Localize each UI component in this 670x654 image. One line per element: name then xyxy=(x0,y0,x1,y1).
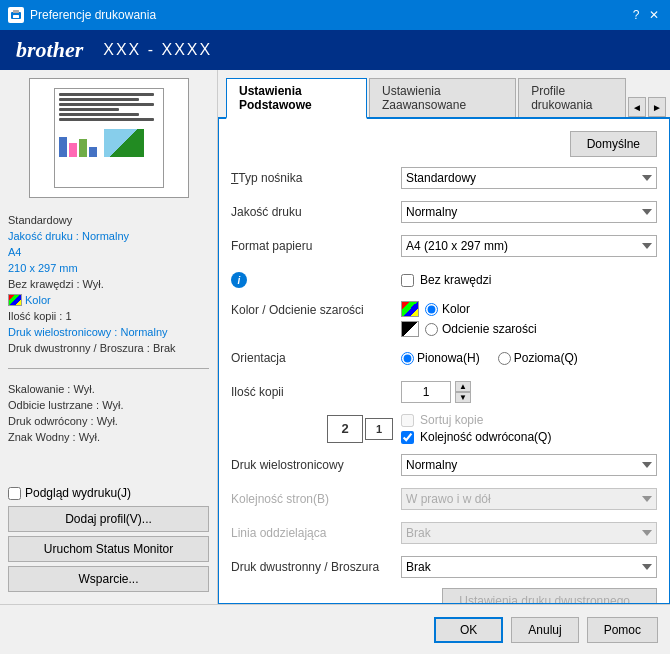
info-watermark: Znak Wodny : Wył. xyxy=(8,429,209,445)
multipage-label: Druk wielostronicowy xyxy=(231,458,401,472)
brother-model: XXX - XXXX xyxy=(103,41,212,59)
support-button[interactable]: Wsparcie... xyxy=(8,566,209,592)
color-label: Kolor / Odcienie szarości xyxy=(231,301,401,317)
orientation-control: Pionowa(H) Pozioma(Q) xyxy=(401,351,657,365)
color-option-color[interactable]: Kolor xyxy=(401,301,657,317)
page-order-label: Kolejność stron(B) xyxy=(231,492,401,506)
separator-label: Linia oddzielająca xyxy=(231,526,401,540)
reverse-checkbox[interactable] xyxy=(401,431,414,444)
separator-control[interactable]: Brak xyxy=(401,522,657,544)
duplex-settings-row: Ustawienia druku dwustronnego... xyxy=(231,588,657,604)
svg-rect-2 xyxy=(13,15,19,18)
paper-size-label: Format papieru xyxy=(231,239,401,253)
preview-area xyxy=(29,78,189,198)
duplex-control[interactable]: Brak Druk dwustronny Broszura xyxy=(401,556,657,578)
color-row: Kolor / Odcienie szarości Kolor Odcienie… xyxy=(231,301,657,337)
separator-select[interactable]: Brak xyxy=(401,522,657,544)
color-option-gray[interactable]: Odcienie szarości xyxy=(401,321,657,337)
tab-content: Domyślne TTyp nośnika Standardowy Papier… xyxy=(218,119,670,604)
close-button[interactable]: ✕ xyxy=(646,7,662,23)
landscape-radio[interactable] xyxy=(498,352,511,365)
media-type-select[interactable]: Standardowy Papier zwykły Papier fotogra… xyxy=(401,167,657,189)
info-borderless: Bez krawędzi : Wył. xyxy=(8,276,209,292)
titlebar-title: Preferencje drukowania xyxy=(30,8,156,22)
print-quality-label: Jakość druku xyxy=(231,205,401,219)
brother-logo: brother xyxy=(16,37,83,63)
duplex-row: Druk dwustronny / Broszura Brak Druk dwu… xyxy=(231,554,657,580)
info-color: Kolor xyxy=(8,292,209,308)
preview-checkbox-row[interactable]: Podgląd wydruku(J) xyxy=(8,486,209,500)
portrait-option[interactable]: Pionowa(H) xyxy=(401,351,480,365)
print-quality-row: Jakość druku Normalny Wysoka Ekonomiczny xyxy=(231,199,657,225)
collate-row: 2 1 Sortuj kopie Kolejność odwrócona(Q) xyxy=(231,413,657,444)
media-type-control[interactable]: Standardowy Papier zwykły Papier fotogra… xyxy=(401,167,657,189)
page-order-control[interactable]: W prawo i w dół xyxy=(401,488,657,510)
borderless-label: Bez krawędzi xyxy=(420,273,491,287)
color-radio-label: Kolor xyxy=(442,302,470,316)
tabs-bar: Ustawienia Podstawowe Ustawienia Zaawans… xyxy=(218,70,670,119)
copies-control: ▲ ▼ xyxy=(401,381,657,403)
color-radio[interactable] xyxy=(425,303,438,316)
info-copies: Ilość kopii : 1 xyxy=(8,308,209,324)
copies-down-button[interactable]: ▼ xyxy=(455,392,471,403)
duplex-settings-button[interactable]: Ustawienia druku dwustronnego... xyxy=(442,588,657,604)
paper-size-control[interactable]: A4 (210 x 297 mm) A3 Letter xyxy=(401,235,657,257)
portrait-radio[interactable] xyxy=(401,352,414,365)
orientation-row: Orientacja Pionowa(H) Pozioma(Q) xyxy=(231,345,657,371)
copies-row: Ilość kopii ▲ ▼ xyxy=(231,379,657,405)
paper-size-select[interactable]: A4 (210 x 297 mm) A3 Letter xyxy=(401,235,657,257)
duplex-settings-control: Ustawienia druku dwustronnego... xyxy=(401,588,657,604)
reverse-label: Kolejność odwrócona(Q) xyxy=(420,430,551,444)
copies-up-button[interactable]: ▲ xyxy=(455,381,471,392)
info-reverse: Druk odwrócony : Wył. xyxy=(8,413,209,429)
help-button-bottom[interactable]: Pomoc xyxy=(587,617,658,643)
copies-input[interactable] xyxy=(401,381,451,403)
cancel-button[interactable]: Anuluj xyxy=(511,617,578,643)
print-quality-control[interactable]: Normalny Wysoka Ekonomiczny xyxy=(401,201,657,223)
media-type-label: TTyp nośnika xyxy=(231,171,401,185)
ok-button[interactable]: OK xyxy=(434,617,503,643)
duplex-label: Druk dwustronny / Broszura xyxy=(231,560,401,574)
info-duplex: Druk dwustronny / Broszura : Brak xyxy=(8,340,209,356)
collate-label: Sortuj kopie xyxy=(420,413,483,427)
borderless-control[interactable]: Bez krawędzi xyxy=(401,273,657,287)
page-order-select[interactable]: W prawo i w dół xyxy=(401,488,657,510)
borderless-checkbox[interactable] xyxy=(401,274,414,287)
svg-rect-1 xyxy=(13,10,19,13)
collate-checkbox[interactable] xyxy=(401,414,414,427)
landscape-option[interactable]: Pozioma(Q) xyxy=(498,351,578,365)
tab-next-button[interactable]: ► xyxy=(648,97,666,117)
portrait-label: Pionowa(H) xyxy=(417,351,480,365)
tab-advanced[interactable]: Ustawienia Zaawansowane xyxy=(369,78,516,117)
separator-row: Linia oddzielająca Brak xyxy=(231,520,657,546)
tab-prev-button[interactable]: ◄ xyxy=(628,97,646,117)
copies-label: Ilość kopii xyxy=(231,385,401,399)
titlebar: Preferencje drukowania ? ✕ xyxy=(0,0,670,30)
multipage-select[interactable]: Normalny 2 na 1 4 na 1 xyxy=(401,454,657,476)
info-multipage: Druk wielostronicowy : Normalny xyxy=(8,324,209,340)
help-button[interactable]: ? xyxy=(628,7,644,23)
info-section-1: Standardowy Jakość druku : Normalny A4 2… xyxy=(8,210,209,358)
multipage-control[interactable]: Normalny 2 na 1 4 na 1 xyxy=(401,454,657,476)
preview-label: Podgląd wydruku(J) xyxy=(25,486,131,500)
domyslne-button[interactable]: Domyślne xyxy=(570,131,657,157)
info-icon: i xyxy=(231,272,247,288)
status-monitor-button[interactable]: Uruchom Status Monitor xyxy=(8,536,209,562)
print-quality-select[interactable]: Normalny Wysoka Ekonomiczny xyxy=(401,201,657,223)
collate-spacer: 2 1 xyxy=(231,415,401,443)
tab-profiles[interactable]: Profile drukowania xyxy=(518,78,626,117)
tab-basic[interactable]: Ustawienia Podstawowe xyxy=(226,78,367,119)
grayscale-radio-label: Odcienie szarości xyxy=(442,322,537,336)
info-media: Standardowy xyxy=(8,212,209,228)
info-paper-code: A4 xyxy=(8,244,209,260)
info-section-2: Skalowanie : Wył. Odbicie lustrzane : Wy… xyxy=(8,379,209,447)
grayscale-radio[interactable] xyxy=(425,323,438,336)
titlebar-icon xyxy=(8,7,24,23)
color-control: Kolor Odcienie szarości xyxy=(401,301,657,337)
add-profile-button[interactable]: Dodaj profil(V)... xyxy=(8,506,209,532)
info-quality: Jakość druku : Normalny xyxy=(8,228,209,244)
duplex-select[interactable]: Brak Druk dwustronny Broszura xyxy=(401,556,657,578)
preview-checkbox[interactable] xyxy=(8,487,21,500)
right-panel: Ustawienia Podstawowe Ustawienia Zaawans… xyxy=(218,70,670,604)
left-panel: Standardowy Jakość druku : Normalny A4 2… xyxy=(0,70,218,604)
